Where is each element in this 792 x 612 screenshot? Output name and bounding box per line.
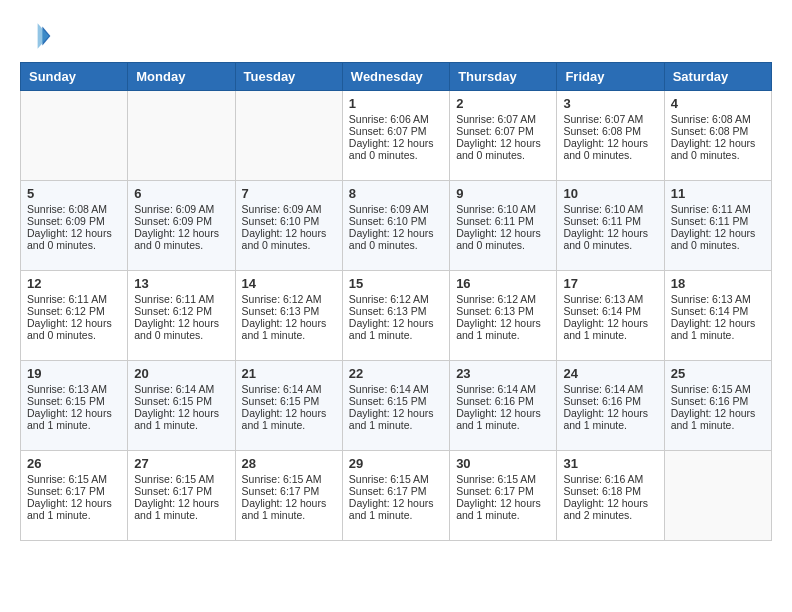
- calendar-cell: 3Sunrise: 6:07 AMSunset: 6:08 PMDaylight…: [557, 91, 664, 181]
- sunset-info: Sunset: 6:15 PM: [349, 395, 427, 407]
- day-number: 17: [563, 276, 657, 291]
- sunset-info: Sunset: 6:18 PM: [563, 485, 641, 497]
- calendar-cell: [128, 91, 235, 181]
- day-number: 31: [563, 456, 657, 471]
- sunset-info: Sunset: 6:15 PM: [134, 395, 212, 407]
- calendar-cell: [664, 451, 771, 541]
- calendar-cell: 16Sunrise: 6:12 AMSunset: 6:13 PMDayligh…: [450, 271, 557, 361]
- sunset-info: Sunset: 6:16 PM: [456, 395, 534, 407]
- calendar-cell: 7Sunrise: 6:09 AMSunset: 6:10 PMDaylight…: [235, 181, 342, 271]
- day-number: 6: [134, 186, 228, 201]
- day-number: 16: [456, 276, 550, 291]
- sunset-info: Sunset: 6:16 PM: [671, 395, 749, 407]
- calendar-cell: 14Sunrise: 6:12 AMSunset: 6:13 PMDayligh…: [235, 271, 342, 361]
- day-number: 27: [134, 456, 228, 471]
- calendar-cell: 31Sunrise: 6:16 AMSunset: 6:18 PMDayligh…: [557, 451, 664, 541]
- sunrise-info: Sunrise: 6:16 AM: [563, 473, 643, 485]
- daylight-info: Daylight: 12 hours and 0 minutes.: [349, 227, 434, 251]
- day-number: 4: [671, 96, 765, 111]
- column-header-tuesday: Tuesday: [235, 63, 342, 91]
- day-number: 8: [349, 186, 443, 201]
- sunrise-info: Sunrise: 6:12 AM: [242, 293, 322, 305]
- calendar-cell: 2Sunrise: 6:07 AMSunset: 6:07 PMDaylight…: [450, 91, 557, 181]
- daylight-info: Daylight: 12 hours and 1 minute.: [563, 407, 648, 431]
- sunset-info: Sunset: 6:07 PM: [456, 125, 534, 137]
- sunset-info: Sunset: 6:17 PM: [134, 485, 212, 497]
- sunrise-info: Sunrise: 6:11 AM: [27, 293, 107, 305]
- calendar-cell: 13Sunrise: 6:11 AMSunset: 6:12 PMDayligh…: [128, 271, 235, 361]
- sunrise-info: Sunrise: 6:14 AM: [456, 383, 536, 395]
- logo-icon: [20, 20, 52, 52]
- sunrise-info: Sunrise: 6:10 AM: [456, 203, 536, 215]
- day-number: 14: [242, 276, 336, 291]
- sunset-info: Sunset: 6:12 PM: [134, 305, 212, 317]
- sunset-info: Sunset: 6:14 PM: [671, 305, 749, 317]
- sunrise-info: Sunrise: 6:14 AM: [563, 383, 643, 395]
- calendar-cell: 1Sunrise: 6:06 AMSunset: 6:07 PMDaylight…: [342, 91, 449, 181]
- calendar-cell: 22Sunrise: 6:14 AMSunset: 6:15 PMDayligh…: [342, 361, 449, 451]
- calendar-cell: 18Sunrise: 6:13 AMSunset: 6:14 PMDayligh…: [664, 271, 771, 361]
- column-header-saturday: Saturday: [664, 63, 771, 91]
- calendar-cell: 11Sunrise: 6:11 AMSunset: 6:11 PMDayligh…: [664, 181, 771, 271]
- day-number: 20: [134, 366, 228, 381]
- daylight-info: Daylight: 12 hours and 0 minutes.: [456, 227, 541, 251]
- calendar-cell: 28Sunrise: 6:15 AMSunset: 6:17 PMDayligh…: [235, 451, 342, 541]
- calendar-week-4: 19Sunrise: 6:13 AMSunset: 6:15 PMDayligh…: [21, 361, 772, 451]
- daylight-info: Daylight: 12 hours and 1 minute.: [349, 317, 434, 341]
- daylight-info: Daylight: 12 hours and 0 minutes.: [349, 137, 434, 161]
- sunset-info: Sunset: 6:07 PM: [349, 125, 427, 137]
- calendar-cell: 23Sunrise: 6:14 AMSunset: 6:16 PMDayligh…: [450, 361, 557, 451]
- calendar-cell: 5Sunrise: 6:08 AMSunset: 6:09 PMDaylight…: [21, 181, 128, 271]
- sunset-info: Sunset: 6:13 PM: [242, 305, 320, 317]
- sunrise-info: Sunrise: 6:08 AM: [671, 113, 751, 125]
- calendar-cell: 29Sunrise: 6:15 AMSunset: 6:17 PMDayligh…: [342, 451, 449, 541]
- day-number: 10: [563, 186, 657, 201]
- sunrise-info: Sunrise: 6:15 AM: [349, 473, 429, 485]
- daylight-info: Daylight: 12 hours and 1 minute.: [456, 317, 541, 341]
- daylight-info: Daylight: 12 hours and 1 minute.: [456, 497, 541, 521]
- calendar-header-row: SundayMondayTuesdayWednesdayThursdayFrid…: [21, 63, 772, 91]
- daylight-info: Daylight: 12 hours and 0 minutes.: [456, 137, 541, 161]
- daylight-info: Daylight: 12 hours and 0 minutes.: [563, 227, 648, 251]
- calendar-cell: 4Sunrise: 6:08 AMSunset: 6:08 PMDaylight…: [664, 91, 771, 181]
- day-number: 28: [242, 456, 336, 471]
- daylight-info: Daylight: 12 hours and 0 minutes.: [134, 227, 219, 251]
- day-number: 9: [456, 186, 550, 201]
- daylight-info: Daylight: 12 hours and 0 minutes.: [671, 137, 756, 161]
- daylight-info: Daylight: 12 hours and 1 minute.: [242, 407, 327, 431]
- calendar-cell: 24Sunrise: 6:14 AMSunset: 6:16 PMDayligh…: [557, 361, 664, 451]
- sunset-info: Sunset: 6:15 PM: [27, 395, 105, 407]
- daylight-info: Daylight: 12 hours and 1 minute.: [134, 497, 219, 521]
- calendar-cell: 26Sunrise: 6:15 AMSunset: 6:17 PMDayligh…: [21, 451, 128, 541]
- column-header-thursday: Thursday: [450, 63, 557, 91]
- sunset-info: Sunset: 6:08 PM: [671, 125, 749, 137]
- day-number: 3: [563, 96, 657, 111]
- daylight-info: Daylight: 12 hours and 0 minutes.: [563, 137, 648, 161]
- sunrise-info: Sunrise: 6:13 AM: [563, 293, 643, 305]
- day-number: 26: [27, 456, 121, 471]
- sunset-info: Sunset: 6:13 PM: [349, 305, 427, 317]
- sunrise-info: Sunrise: 6:09 AM: [242, 203, 322, 215]
- sunrise-info: Sunrise: 6:09 AM: [349, 203, 429, 215]
- daylight-info: Daylight: 12 hours and 1 minute.: [349, 497, 434, 521]
- logo: [20, 20, 56, 52]
- sunrise-info: Sunrise: 6:14 AM: [134, 383, 214, 395]
- sunset-info: Sunset: 6:15 PM: [242, 395, 320, 407]
- day-number: 11: [671, 186, 765, 201]
- sunrise-info: Sunrise: 6:07 AM: [563, 113, 643, 125]
- sunrise-info: Sunrise: 6:14 AM: [242, 383, 322, 395]
- calendar-cell: [21, 91, 128, 181]
- sunrise-info: Sunrise: 6:15 AM: [671, 383, 751, 395]
- daylight-info: Daylight: 12 hours and 1 minute.: [349, 407, 434, 431]
- day-number: 5: [27, 186, 121, 201]
- day-number: 19: [27, 366, 121, 381]
- column-header-friday: Friday: [557, 63, 664, 91]
- daylight-info: Daylight: 12 hours and 1 minute.: [671, 407, 756, 431]
- sunrise-info: Sunrise: 6:15 AM: [134, 473, 214, 485]
- daylight-info: Daylight: 12 hours and 2 minutes.: [563, 497, 648, 521]
- sunset-info: Sunset: 6:08 PM: [563, 125, 641, 137]
- daylight-info: Daylight: 12 hours and 0 minutes.: [134, 317, 219, 341]
- sunset-info: Sunset: 6:17 PM: [242, 485, 320, 497]
- sunrise-info: Sunrise: 6:09 AM: [134, 203, 214, 215]
- day-number: 24: [563, 366, 657, 381]
